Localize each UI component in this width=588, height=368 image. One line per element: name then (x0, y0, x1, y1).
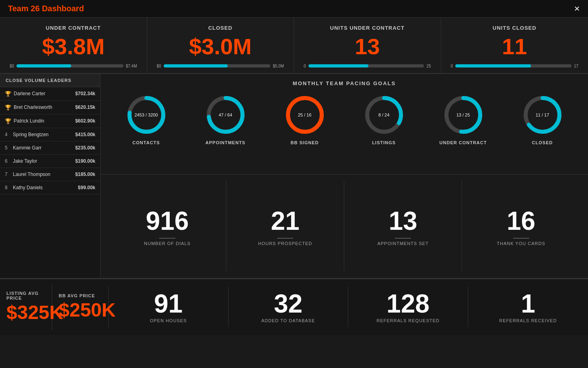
bar-max: 17 (574, 64, 578, 68)
bar-wrap (308, 64, 424, 67)
leaderboard-item: 8 Kathy Daniels $99.00k (0, 181, 100, 194)
bar-max: $5.0M (273, 64, 284, 68)
donut-chart: 2453 / 3200 (124, 93, 169, 137)
bottom-stat-added-db: 32 ADDED TO DATABASE (228, 287, 348, 327)
activity-divider (159, 238, 175, 239)
bar-min: 0 (451, 64, 453, 68)
donut-label: 11 / 17 (536, 112, 549, 117)
pacing-goals-grid: 2453 / 3200 CONTACTS 47 / 64 APPOINTMENT… (109, 93, 580, 145)
bottom-stat-label: ADDED TO DATABASE (261, 318, 315, 323)
goal-name: LISTINGS (372, 140, 396, 145)
leaderboard-item: 4 Spring Bengtzen $415.00k (0, 128, 100, 141)
activity-divider (513, 238, 529, 239)
rank-value: $415.00k (75, 132, 95, 137)
metric-label: CLOSED (157, 25, 284, 31)
bar-min: 0 (304, 64, 306, 68)
bar-fill (455, 64, 531, 67)
rank-value: $190.00k (75, 158, 95, 164)
bottom-stat-number: 1 (521, 291, 535, 317)
pacing-title: MONTHLY TEAM PACING GOALS (109, 80, 580, 86)
rank-name: Patrick Lundin (14, 118, 75, 124)
rank-value: $702.34k (75, 91, 95, 96)
main-content: CLOSE VOLUME LEADERS 🏆 Darlene Carter $7… (0, 74, 588, 279)
activity-divider (277, 238, 293, 239)
goal-name: CLOSED (532, 140, 553, 145)
listing-avg-value: $325K (6, 302, 45, 323)
title-bar: Team 26 Dashboard ✕ (0, 0, 588, 18)
trophy-icon: 🏆 (5, 91, 14, 97)
progress-bar: $0 $7.4M (10, 64, 137, 68)
metric-under-contract: UNDER CONTRACT $3.8M $0 $7.4M (0, 18, 147, 73)
activity-section: 916 NUMBER OF DIALS 21 HOURS PROSPECTED … (101, 175, 588, 278)
leaderboard-item: 🏆 Patrick Lundin $602.90k (0, 114, 100, 128)
goal-name: BB SIGNED (290, 140, 319, 145)
bottom-stat-number: 91 (154, 291, 183, 317)
goal-bb-signed: 25 / 16 BB SIGNED (267, 93, 342, 145)
bar-wrap (16, 64, 123, 67)
donut-label: 47 / 64 (219, 112, 232, 117)
rank-value: $99.00k (78, 185, 95, 190)
team-name: Team 26 (8, 4, 40, 13)
rank-value: $602.90k (75, 118, 95, 124)
donut-label: 25 / 16 (298, 112, 312, 117)
close-icon[interactable]: ✕ (574, 4, 580, 13)
rank-name: Kammie Garr (13, 145, 75, 151)
donut-chart: 47 / 64 (204, 93, 248, 137)
leaderboard-item: 7 Laurel Thompson $185.00k (0, 168, 100, 181)
metric-value: $3.0M (157, 34, 284, 59)
activity-number: 916 (146, 207, 189, 235)
rank-name: Laurel Thompson (13, 172, 75, 177)
sidebar-header: CLOSE VOLUME LEADERS (0, 74, 100, 87)
right-panel: MONTHLY TEAM PACING GOALS 2453 / 3200 CO… (101, 74, 588, 278)
pacing-section: MONTHLY TEAM PACING GOALS 2453 / 3200 CO… (101, 74, 588, 175)
metric-units-closed: UNITS CLOSED 11 0 17 (441, 18, 588, 73)
rank-number: 5 (5, 145, 13, 151)
donut-label: 2453 / 3200 (134, 112, 158, 117)
bb-avg-value: $250K (59, 300, 102, 321)
goal-name: APPOINTMENTS (206, 140, 245, 145)
activity-dials: 916 NUMBER OF DIALS (109, 181, 226, 272)
trophy-icon: 🏆 (5, 118, 14, 124)
bar-fill (16, 64, 71, 67)
activity-number: 13 (389, 207, 417, 235)
bar-max: $7.4M (126, 64, 137, 68)
bar-min: $0 (157, 64, 161, 68)
leaderboard-item: 5 Kammie Garr $235.00k (0, 141, 100, 155)
goal-listings: 8 / 24 LISTINGS (346, 93, 421, 145)
listing-avg-price: LISTING AVG PRICE $325K (0, 284, 52, 331)
goal-appointments: 47 / 64 APPOINTMENTS (188, 93, 263, 145)
donut-label: 13 / 25 (456, 112, 470, 117)
progress-bar: $0 $5.0M (157, 64, 284, 68)
goal-name: CONTACTS (132, 140, 160, 145)
bar-wrap (455, 64, 572, 67)
activity-label: THANK YOU CARDS (497, 241, 545, 246)
bb-avg-label: BB AVG PRICE (59, 293, 102, 298)
activity-label: HOURS PROSPECTED (258, 241, 313, 246)
close-volume-sidebar: CLOSE VOLUME LEADERS 🏆 Darlene Carter $7… (0, 74, 101, 278)
rank-number: 7 (5, 172, 13, 177)
bar-max: 25 (426, 64, 431, 68)
activity-label: APPOINTMENTS SET (377, 241, 428, 246)
progress-bar: 0 25 (304, 64, 431, 68)
metric-value: 13 (304, 34, 431, 59)
donut-chart: 11 / 17 (520, 93, 565, 137)
rank-value: $235.00k (75, 145, 95, 151)
bar-fill (164, 64, 228, 67)
rank-number: 6 (5, 158, 13, 164)
donut-label: 8 / 24 (378, 112, 390, 117)
trophy-icon: 🏆 (5, 104, 14, 110)
activity-number: 16 (507, 207, 535, 235)
metric-units-under-contract: UNITS UNDER CONTRACT 13 0 25 (294, 18, 441, 73)
leaderboard-item: 6 Jake Taylor $190.00k (0, 155, 100, 168)
bottom-stat-label: REFERRALS RECEIVED (499, 318, 557, 323)
goal-closed: 11 / 17 CLOSED (505, 93, 580, 145)
rank-value: $185.00k (75, 172, 95, 177)
metric-label: UNITS CLOSED (451, 25, 579, 31)
leaderboard-item: 🏆 Bret Charlesworth $620.15k (0, 101, 100, 114)
bar-wrap (164, 64, 271, 67)
goal-under-contract: 13 / 25 UNDER CONTRACT (426, 93, 501, 145)
bar-min: $0 (10, 64, 14, 68)
bar-fill (308, 64, 369, 67)
activity-label: NUMBER OF DIALS (144, 241, 191, 246)
bottom-stat-label: REFERRALS REQUESTED (376, 318, 440, 323)
